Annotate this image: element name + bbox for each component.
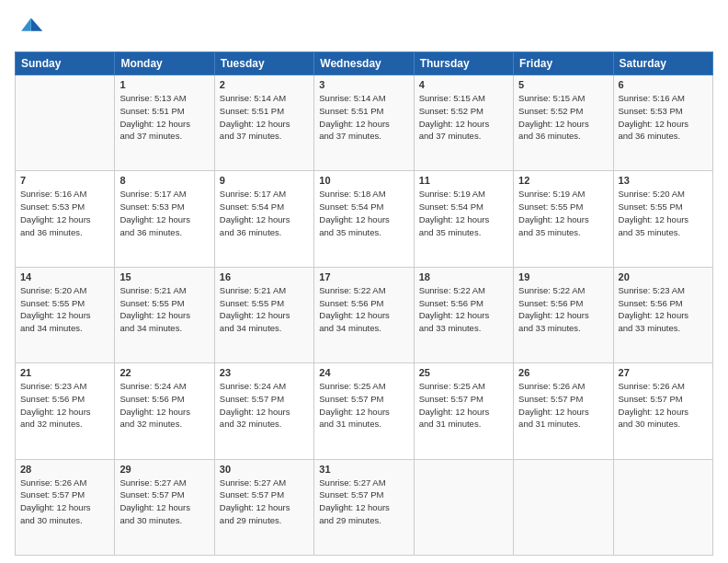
day-info: Sunrise: 5:27 AMSunset: 5:57 PMDaylight:… [119, 477, 209, 527]
week-row-3: 21Sunrise: 5:23 AMSunset: 5:56 PMDayligh… [16, 363, 713, 459]
day-info: Sunrise: 5:14 AMSunset: 5:51 PMDaylight:… [220, 92, 309, 143]
day-info: Sunrise: 5:14 AMSunset: 5:51 PMDaylight:… [319, 92, 408, 143]
calendar-cell: 12Sunrise: 5:19 AMSunset: 5:55 PMDayligh… [514, 171, 613, 267]
calendar-cell: 11Sunrise: 5:19 AMSunset: 5:54 PMDayligh… [414, 171, 513, 267]
calendar-cell: 5Sunrise: 5:15 AMSunset: 5:52 PMDaylight… [514, 75, 613, 171]
calendar-table: SundayMondayTuesdayWednesdayThursdayFrid… [15, 52, 713, 556]
day-number: 16 [220, 271, 309, 282]
day-number: 12 [518, 175, 608, 186]
day-info: Sunrise: 5:16 AMSunset: 5:53 PMDaylight:… [619, 92, 708, 143]
day-info: Sunrise: 5:27 AMSunset: 5:57 PMDaylight:… [220, 477, 309, 527]
day-info: Sunrise: 5:21 AMSunset: 5:55 PMDaylight:… [119, 284, 209, 335]
calendar-cell: 15Sunrise: 5:21 AMSunset: 5:55 PMDayligh… [115, 267, 214, 362]
day-number: 8 [119, 175, 209, 186]
day-info: Sunrise: 5:15 AMSunset: 5:52 PMDaylight:… [419, 92, 508, 143]
day-number: 23 [220, 367, 309, 378]
calendar-cell: 3Sunrise: 5:14 AMSunset: 5:51 PMDaylight… [314, 75, 414, 171]
day-info: Sunrise: 5:26 AMSunset: 5:57 PMDaylight:… [619, 380, 708, 431]
day-number: 2 [220, 79, 309, 90]
calendar-header: SundayMondayTuesdayWednesdayThursdayFrid… [16, 52, 713, 75]
day-number: 31 [319, 464, 408, 475]
day-number: 27 [619, 367, 708, 378]
page: SundayMondayTuesdayWednesdayThursdayFrid… [0, 0, 728, 563]
col-header-saturday: Saturday [613, 52, 712, 75]
calendar-cell: 29Sunrise: 5:27 AMSunset: 5:57 PMDayligh… [115, 459, 214, 555]
day-number: 4 [419, 79, 508, 90]
col-header-friday: Friday [514, 52, 613, 75]
day-info: Sunrise: 5:19 AMSunset: 5:54 PMDaylight:… [419, 188, 508, 238]
calendar-cell [414, 459, 513, 555]
calendar-cell: 20Sunrise: 5:23 AMSunset: 5:56 PMDayligh… [613, 267, 712, 362]
day-number: 9 [220, 175, 309, 186]
day-number: 21 [20, 367, 109, 378]
calendar-cell [613, 459, 712, 555]
day-number: 10 [319, 175, 408, 186]
calendar-cell: 6Sunrise: 5:16 AMSunset: 5:53 PMDaylight… [613, 75, 712, 171]
day-info: Sunrise: 5:22 AMSunset: 5:56 PMDaylight:… [319, 284, 408, 335]
col-header-sunday: Sunday [16, 52, 115, 75]
day-info: Sunrise: 5:22 AMSunset: 5:56 PMDaylight:… [518, 284, 608, 335]
day-number: 6 [619, 79, 708, 90]
calendar-cell: 1Sunrise: 5:13 AMSunset: 5:51 PMDaylight… [115, 75, 214, 171]
calendar-cell [514, 459, 613, 555]
calendar-cell: 4Sunrise: 5:15 AMSunset: 5:52 PMDaylight… [414, 75, 513, 171]
day-info: Sunrise: 5:25 AMSunset: 5:57 PMDaylight:… [419, 380, 508, 431]
day-number: 22 [119, 367, 209, 378]
calendar-cell [16, 75, 115, 171]
day-info: Sunrise: 5:24 AMSunset: 5:57 PMDaylight:… [220, 380, 309, 431]
calendar-cell: 14Sunrise: 5:20 AMSunset: 5:55 PMDayligh… [16, 267, 115, 362]
day-info: Sunrise: 5:20 AMSunset: 5:55 PMDaylight:… [619, 188, 708, 238]
col-header-thursday: Thursday [414, 52, 513, 75]
logo [15, 15, 48, 44]
calendar-cell: 13Sunrise: 5:20 AMSunset: 5:55 PMDayligh… [613, 171, 712, 267]
calendar-cell: 30Sunrise: 5:27 AMSunset: 5:57 PMDayligh… [214, 459, 313, 555]
day-number: 15 [119, 271, 209, 282]
calendar-cell: 2Sunrise: 5:14 AMSunset: 5:51 PMDaylight… [214, 75, 313, 171]
calendar-cell: 27Sunrise: 5:26 AMSunset: 5:57 PMDayligh… [613, 363, 712, 459]
day-number: 29 [119, 464, 209, 475]
day-number: 24 [319, 367, 408, 378]
calendar-cell: 28Sunrise: 5:26 AMSunset: 5:57 PMDayligh… [16, 459, 115, 555]
day-number: 5 [518, 79, 608, 90]
day-info: Sunrise: 5:26 AMSunset: 5:57 PMDaylight:… [518, 380, 608, 431]
day-number: 1 [119, 79, 209, 90]
day-number: 25 [419, 367, 508, 378]
day-info: Sunrise: 5:22 AMSunset: 5:56 PMDaylight:… [419, 284, 508, 335]
day-number: 11 [419, 175, 508, 186]
week-row-1: 7Sunrise: 5:16 AMSunset: 5:53 PMDaylight… [16, 171, 713, 267]
day-number: 14 [20, 271, 109, 282]
calendar-cell: 21Sunrise: 5:23 AMSunset: 5:56 PMDayligh… [16, 363, 115, 459]
day-info: Sunrise: 5:17 AMSunset: 5:53 PMDaylight:… [119, 188, 209, 238]
calendar-cell: 17Sunrise: 5:22 AMSunset: 5:56 PMDayligh… [314, 267, 414, 362]
calendar-cell: 8Sunrise: 5:17 AMSunset: 5:53 PMDaylight… [115, 171, 214, 267]
day-info: Sunrise: 5:23 AMSunset: 5:56 PMDaylight:… [20, 380, 109, 431]
day-number: 19 [518, 271, 608, 282]
calendar-cell: 7Sunrise: 5:16 AMSunset: 5:53 PMDaylight… [16, 171, 115, 267]
calendar-cell: 23Sunrise: 5:24 AMSunset: 5:57 PMDayligh… [214, 363, 313, 459]
day-number: 7 [20, 175, 109, 186]
calendar-cell: 10Sunrise: 5:18 AMSunset: 5:54 PMDayligh… [314, 171, 414, 267]
calendar-body: 1Sunrise: 5:13 AMSunset: 5:51 PMDaylight… [16, 75, 713, 556]
calendar-cell: 25Sunrise: 5:25 AMSunset: 5:57 PMDayligh… [414, 363, 513, 459]
day-number: 26 [518, 367, 608, 378]
calendar-cell: 22Sunrise: 5:24 AMSunset: 5:56 PMDayligh… [115, 363, 214, 459]
day-info: Sunrise: 5:15 AMSunset: 5:52 PMDaylight:… [518, 92, 608, 143]
calendar-cell: 9Sunrise: 5:17 AMSunset: 5:54 PMDaylight… [214, 171, 313, 267]
day-info: Sunrise: 5:20 AMSunset: 5:55 PMDaylight:… [20, 284, 109, 335]
day-info: Sunrise: 5:16 AMSunset: 5:53 PMDaylight:… [20, 188, 109, 238]
week-row-4: 28Sunrise: 5:26 AMSunset: 5:57 PMDayligh… [16, 459, 713, 555]
day-info: Sunrise: 5:18 AMSunset: 5:54 PMDaylight:… [319, 188, 408, 238]
col-header-tuesday: Tuesday [214, 52, 313, 75]
header-row: SundayMondayTuesdayWednesdayThursdayFrid… [16, 52, 713, 75]
day-info: Sunrise: 5:17 AMSunset: 5:54 PMDaylight:… [220, 188, 309, 238]
day-number: 20 [619, 271, 708, 282]
day-number: 28 [20, 464, 109, 475]
day-info: Sunrise: 5:13 AMSunset: 5:51 PMDaylight:… [119, 92, 209, 143]
col-header-wednesday: Wednesday [314, 52, 414, 75]
logo-icon [15, 15, 44, 44]
week-row-0: 1Sunrise: 5:13 AMSunset: 5:51 PMDaylight… [16, 75, 713, 171]
calendar-cell: 31Sunrise: 5:27 AMSunset: 5:57 PMDayligh… [314, 459, 414, 555]
day-info: Sunrise: 5:24 AMSunset: 5:56 PMDaylight:… [119, 380, 209, 431]
svg-marker-0 [31, 18, 42, 31]
day-info: Sunrise: 5:25 AMSunset: 5:57 PMDaylight:… [319, 380, 408, 431]
